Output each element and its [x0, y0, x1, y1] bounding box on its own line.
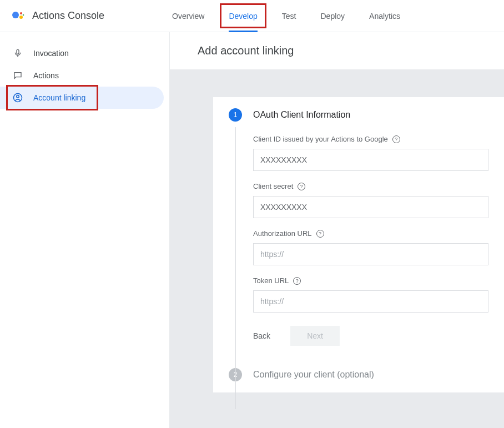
sidebar-item-label: Account linking — [33, 93, 85, 102]
step-connector-line — [235, 127, 236, 409]
step2-header: 2 Configure your client (optional) — [229, 368, 488, 381]
token-url-field-group: Token URL ? — [253, 276, 488, 313]
client-id-label-text: Client ID issued by your Actions to Goog… — [253, 135, 388, 143]
logo-group: Actions Console — [11, 9, 104, 23]
next-button[interactable]: Next — [290, 326, 340, 346]
mic-icon — [12, 48, 23, 59]
step1-content: Client ID issued by your Actions to Goog… — [253, 135, 488, 346]
client-secret-field-group: Client secret ? — [253, 182, 488, 218]
token-url-label-text: Token URL — [253, 276, 289, 285]
step1-header: 1 OAuth Client Information — [229, 108, 488, 122]
svg-rect-4 — [17, 49, 19, 54]
chat-icon — [12, 70, 23, 81]
tab-test[interactable]: Test — [270, 0, 309, 32]
client-secret-label: Client secret ? — [253, 182, 488, 190]
tab-overview[interactable]: Overview — [160, 0, 216, 32]
help-icon[interactable]: ? — [392, 135, 400, 143]
auth-url-input[interactable] — [253, 243, 488, 265]
tab-develop[interactable]: Develop — [216, 0, 269, 32]
sidebar-item-label: Actions — [33, 71, 59, 80]
tab-deploy[interactable]: Deploy — [309, 0, 357, 32]
step1-buttons: Back Next — [253, 326, 488, 346]
sidebar: Invocation Actions Account linking — [0, 32, 170, 428]
svg-point-1 — [20, 12, 22, 14]
help-icon[interactable]: ? — [316, 230, 324, 238]
assistant-logo-icon — [11, 9, 24, 23]
svg-point-2 — [19, 16, 23, 19]
sidebar-item-account-linking[interactable]: Account linking — [0, 87, 164, 109]
token-url-label: Token URL ? — [253, 276, 488, 285]
svg-point-3 — [23, 14, 24, 16]
back-button[interactable]: Back — [253, 326, 270, 346]
tab-develop-label: Develop — [229, 12, 257, 21]
body: Invocation Actions Account linking Ad — [0, 32, 504, 428]
sidebar-item-invocation[interactable]: Invocation — [0, 42, 169, 64]
auth-url-label: Authorization URL ? — [253, 229, 488, 238]
client-id-field-group: Client ID issued by your Actions to Goog… — [253, 135, 488, 171]
tab-analytics[interactable]: Analytics — [357, 0, 412, 32]
main-content: Add account linking 1 OAuth Client Infor… — [170, 32, 504, 428]
help-icon[interactable]: ? — [293, 277, 301, 285]
account-icon — [12, 92, 23, 103]
token-url-input[interactable] — [253, 290, 488, 313]
sidebar-item-actions[interactable]: Actions — [0, 64, 169, 87]
svg-point-7 — [17, 95, 19, 98]
client-id-label: Client ID issued by your Actions to Goog… — [253, 135, 488, 143]
auth-url-field-group: Authorization URL ? — [253, 229, 488, 265]
oauth-card: 1 OAuth Client Information Client ID iss… — [213, 97, 504, 392]
svg-point-0 — [12, 12, 19, 18]
step1-title: OAuth Client Information — [253, 110, 350, 120]
auth-url-label-text: Authorization URL — [253, 229, 312, 238]
step2-title: Configure your client (optional) — [253, 370, 374, 380]
client-id-input[interactable] — [253, 149, 488, 171]
content-area: 1 OAuth Client Information Client ID iss… — [170, 69, 504, 428]
help-icon[interactable]: ? — [298, 183, 305, 190]
client-secret-label-text: Client secret — [253, 182, 293, 190]
client-secret-input[interactable] — [253, 196, 488, 218]
nav-tabs: Overview Develop Test Deploy Analytics — [160, 0, 412, 32]
sidebar-item-label: Invocation — [33, 49, 69, 58]
console-title: Actions Console — [32, 10, 104, 22]
header: Actions Console Overview Develop Test De… — [0, 0, 504, 32]
page-title: Add account linking — [170, 32, 504, 69]
step1-badge: 1 — [229, 108, 242, 122]
